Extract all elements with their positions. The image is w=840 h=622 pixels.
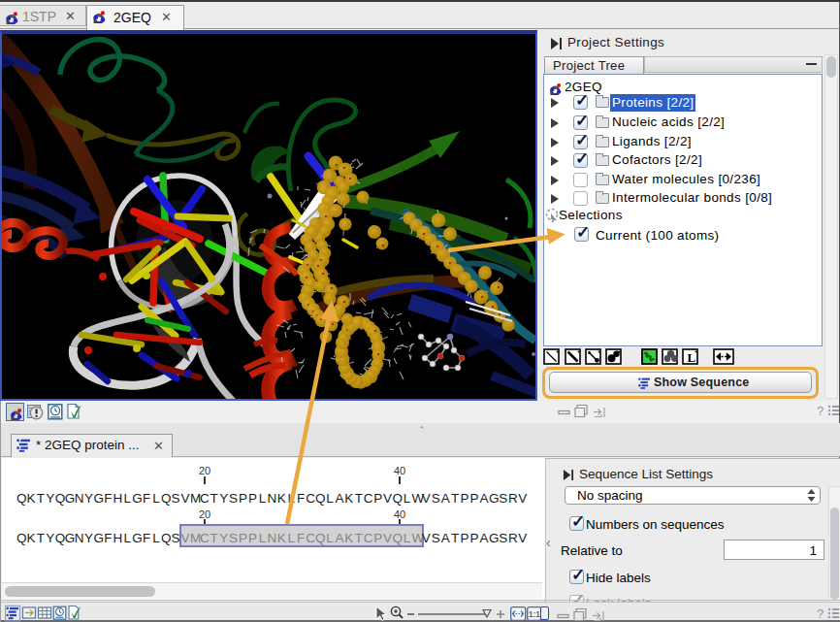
svg-text:L: L [688, 350, 696, 365]
svg-text:1:1: 1:1 [529, 609, 541, 619]
